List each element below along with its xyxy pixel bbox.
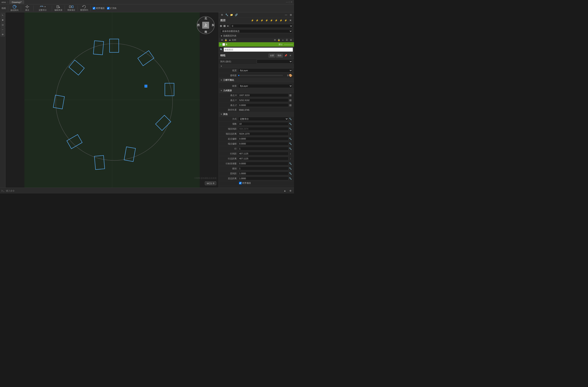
level-input[interactable] (238, 167, 289, 170)
panel-icon-3[interactable]: 📁 (230, 13, 233, 17)
row-icon[interactable]: 🔧 (289, 147, 293, 151)
total-dist-input[interactable] (238, 132, 289, 136)
command-input[interactable] (6, 189, 281, 192)
path-array-button[interactable]: 路径阵列 (9, 4, 20, 12)
count-icon[interactable]: 🔧 (289, 122, 293, 126)
layer-icon-2[interactable]: ⚡ (255, 19, 259, 22)
row-dist-row: 行间距 ↕ (219, 151, 294, 156)
start-offset-input[interactable] (238, 137, 289, 141)
total-row-dist-icon[interactable]: ↕ (289, 157, 293, 161)
total-row-dist-input[interactable] (238, 157, 289, 160)
layer-header-icons: ⚡ ⚡ ⚡ ⚡ ⚡ ⚡ ⚡ ⚡ ✕ (250, 19, 293, 22)
align-items-prop-checkbox[interactable]: 对齐项目 (238, 182, 252, 184)
array-type-select[interactable] (257, 60, 293, 63)
end-offset-input[interactable] (238, 142, 289, 145)
base-z-icon[interactable]: ⊞ (289, 103, 293, 107)
base-z-row: 基点 Z ⊞ (219, 103, 294, 108)
transparency-progress (238, 75, 283, 76)
layer-icon-5[interactable]: ⚡ (269, 19, 273, 22)
total-dist-icon[interactable]: ↕ (289, 132, 293, 136)
base-x-icon[interactable]: ⊞ (289, 93, 293, 97)
compass-east: 东 (212, 23, 214, 27)
item-dist-icon[interactable]: 🔧 (289, 127, 293, 131)
edit-source-button[interactable]: 编辑来源 (53, 4, 63, 12)
z-direction-checkbox[interactable]: Z 方向 (106, 7, 117, 10)
command-up-icon[interactable]: ▲ (283, 189, 287, 193)
layer-icon-7[interactable]: ⚡ (279, 19, 283, 22)
command-copy-icon[interactable]: ⊕ (289, 189, 293, 193)
start-offset-icon[interactable]: 🔧 (289, 137, 293, 141)
left-tool-5[interactable]: ⊕ (0, 32, 5, 37)
method-icon[interactable]: 🔧 (289, 117, 293, 121)
end-offset-icon[interactable]: 🔧 (289, 142, 293, 146)
align-items-checkbox[interactable]: 对齐项目 (92, 7, 105, 10)
item-dist-input[interactable] (238, 127, 289, 131)
left-tool-1[interactable]: ↖ (0, 13, 5, 18)
recent-button[interactable]: 筛的 (276, 54, 283, 58)
compass-west: 西 (197, 23, 200, 27)
reset-icon (82, 5, 86, 9)
layer-row-0[interactable]: 0 默认 ———— (219, 42, 294, 47)
row-incr-icon[interactable]: 🔧 (289, 162, 293, 165)
props-pin[interactable]: 📌 (284, 54, 288, 58)
total-level-dist-icon[interactable]: 🔧 (289, 176, 293, 180)
base-y-icon[interactable]: ⊞ (289, 98, 293, 102)
level-dist-input[interactable] (238, 172, 289, 175)
reset-array-label: 重置阵列 (80, 9, 88, 12)
other-section-header[interactable]: ▼ 其他 (219, 112, 294, 117)
replace-item-button[interactable]: 替换项目 (66, 4, 76, 12)
layer-number-select[interactable]: 0 (230, 24, 293, 28)
hide-layers-row[interactable]: ▼ 隐藏图层列表 (219, 34, 294, 38)
line-section-header[interactable]: ▼ (219, 64, 294, 68)
base-z-input[interactable] (238, 103, 289, 107)
hide-layers-label: 隐藏图层列表 (223, 34, 236, 37)
row-dist-icon[interactable]: ↕ (289, 152, 293, 156)
base-point-button[interactable]: 基点 (22, 4, 32, 12)
title-bar: emo | Drawing1* — □ ✕ (0, 0, 294, 4)
transparency-icon[interactable]: 🎨 (289, 73, 293, 77)
level-icon[interactable]: 🔧 (289, 166, 293, 170)
line-width-row: 线宽 ByLayer (219, 68, 294, 73)
panel-minimize[interactable]: — (284, 13, 288, 17)
row-input[interactable] (238, 147, 289, 150)
base-y-input[interactable] (238, 99, 289, 102)
base-x-input[interactable] (238, 93, 289, 97)
layer-icon-1[interactable]: ⚡ (250, 19, 254, 22)
layer-icon-6[interactable]: ⚡ (274, 19, 278, 22)
panel-icon-2[interactable]: 🔧 (225, 13, 229, 17)
panel-icon-1[interactable]: ⚙ (220, 13, 224, 17)
vis3d-section-header[interactable]: ▼ 三维可视化 (219, 78, 294, 82)
left-tool-3[interactable]: ⊡ (0, 23, 5, 27)
edit-source-label: 编辑来源 (54, 9, 62, 12)
row-incr-input[interactable] (238, 162, 289, 165)
canvas-area[interactable]: 北 南 东 西 上 WCS ⊞ CSDN @你拥秋水挂居居 (5, 12, 219, 187)
equal-divide-button[interactable]: ▼ 定数等分 (35, 4, 51, 12)
left-tool-2[interactable]: ✚ (0, 18, 5, 22)
geo-title: 几何图形 (223, 89, 232, 92)
drawing-tab[interactable]: Drawing1* (10, 0, 24, 4)
line-width-select[interactable]: ByLayer (238, 68, 293, 72)
color-col: ■ (228, 39, 232, 41)
layer-icon-3[interactable]: ⚡ (260, 19, 264, 22)
grip-handle[interactable] (145, 85, 147, 87)
geo-section-header[interactable]: ▼ 几何图形 (219, 88, 294, 93)
props-close[interactable]: ✕ (289, 54, 293, 58)
level-dist-icon[interactable]: 🔧 (289, 171, 293, 175)
full-button[interactable]: 全部 (269, 54, 275, 58)
equal-divide-label: 定数等分 (39, 9, 47, 12)
layer-icon-4[interactable]: ⚡ (265, 19, 269, 22)
svg-rect-14 (72, 6, 73, 8)
panel-icon-4[interactable]: 🔗 (234, 13, 238, 17)
material-select[interactable]: ByLayer (238, 84, 293, 88)
row-dist-input[interactable] (238, 152, 289, 155)
method-select[interactable]: 定数等分 (238, 117, 289, 121)
unsaved-state-select[interactable]: 未保存的图层状态 (220, 29, 293, 33)
count-input[interactable] (238, 122, 289, 126)
layer-panel-close[interactable]: ✕ (289, 19, 293, 22)
left-tool-4[interactable]: ↔ (0, 27, 5, 32)
reset-array-button[interactable]: 重置阵列 (79, 4, 89, 12)
layer-icon-8[interactable]: ⚡ (284, 19, 288, 22)
search-layer-input[interactable] (224, 48, 293, 52)
total-level-dist-input[interactable] (238, 177, 289, 180)
panel-expand[interactable]: ⊞ (289, 13, 293, 17)
